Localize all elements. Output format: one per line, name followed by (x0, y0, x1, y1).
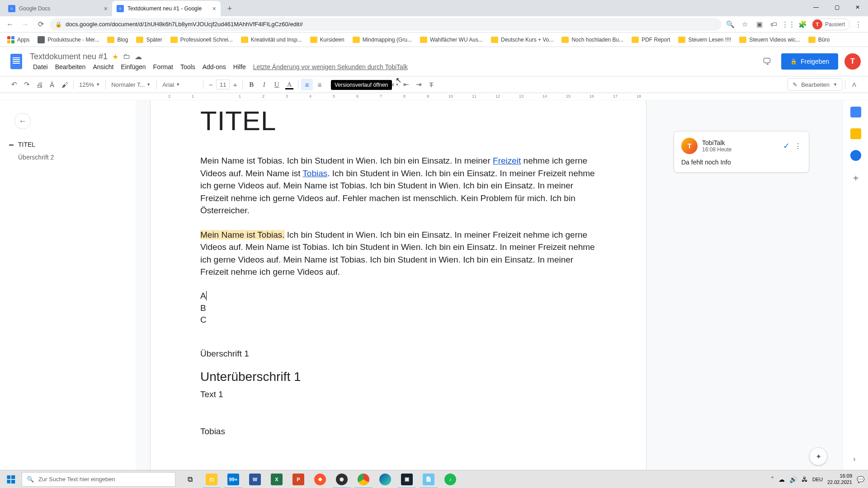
bookmark-item[interactable]: Noch hochladen Bu... (558, 35, 627, 45)
comment-card[interactable]: T TobiTalk 16:08 Heute ✓ ⋮ Da fehlt noch… (674, 131, 809, 173)
link-freizeit[interactable]: Freizeit (493, 156, 521, 165)
tray-chevron-icon[interactable]: ˄ (771, 476, 774, 483)
taskbar-app-powerpoint[interactable]: P (288, 470, 309, 488)
star-icon[interactable]: ★ (112, 52, 118, 61)
redo-button[interactable]: ↷ (21, 79, 33, 90)
menu-addons[interactable]: Add-ons (199, 62, 229, 71)
align-left-button[interactable]: ≡ (301, 79, 313, 90)
calendar-addon-icon[interactable] (850, 107, 861, 117)
tray-network-icon[interactable]: 🖧 (802, 476, 808, 483)
menu-format[interactable]: Format (150, 62, 176, 71)
bookmark-item[interactable]: PDF Report (628, 35, 674, 45)
text-color-button[interactable]: A (283, 79, 295, 90)
get-addons-button[interactable]: ＋ (851, 172, 860, 184)
minimize-button[interactable]: — (806, 0, 826, 14)
font-size-decrease[interactable]: − (206, 81, 215, 89)
outline-item[interactable]: TITEL (0, 138, 136, 151)
back-button[interactable]: ← (4, 18, 16, 31)
close-tab-icon[interactable]: × (212, 5, 216, 12)
bookmark-star-icon[interactable]: ☆ (739, 18, 751, 31)
tray-notifications-icon[interactable]: 💬 (857, 476, 864, 483)
bookmark-item[interactable]: Deutsche Kurs + Vo... (487, 35, 557, 45)
taskbar-app-spotify[interactable]: ♪ (439, 470, 461, 488)
outline-close-button[interactable]: ← (14, 113, 31, 129)
collapse-toolbar-button[interactable]: ᐱ (848, 79, 860, 90)
document-title[interactable]: Textdokument neu #1 (30, 52, 108, 61)
resolve-comment-button[interactable]: ✓ (783, 141, 790, 151)
url-input[interactable]: 🔒 docs.google.com/document/d/1hUH8k6h7Lb… (50, 18, 722, 31)
list-line[interactable]: B (200, 302, 596, 314)
taskbar-app-streamlabs[interactable]: ▣ (396, 470, 418, 488)
menu-hilfe[interactable]: Hilfe (230, 62, 249, 71)
docs-home-button[interactable] (7, 52, 25, 70)
browser-tab[interactable]: ≡ Google Docs × (4, 1, 112, 16)
indent-decrease-button[interactable]: ⇤ (400, 79, 412, 90)
list-line[interactable]: A (200, 290, 596, 302)
taskbar-app-mail[interactable]: 99+ (222, 470, 244, 488)
bookmark-apps[interactable]: Apps (4, 34, 33, 45)
share-button[interactable]: 🔒 Freigeben (781, 53, 838, 70)
new-tab-button[interactable]: + (223, 2, 236, 15)
taskbar-app-brave[interactable]: ◆ (309, 470, 331, 488)
paragraph-style-dropdown[interactable]: Normaler T...▼ (108, 79, 154, 90)
undo-button[interactable]: ↶ (8, 79, 20, 90)
forward-button[interactable]: → (19, 18, 32, 31)
print-button[interactable]: 🖨 (33, 79, 45, 90)
maximize-button[interactable]: ▢ (826, 0, 847, 14)
menu-einfuegen[interactable]: Einfügen (118, 62, 149, 71)
taskbar-app-notepad[interactable]: 📄 (418, 470, 439, 488)
zoom-icon[interactable]: 🔍 (724, 18, 737, 31)
menu-bearbeiten[interactable]: Bearbeiten (52, 62, 89, 71)
bookmark-item[interactable]: Steuern Lesen !!!! (675, 35, 735, 45)
bookmark-item[interactable]: Produktsuche - Mer... (34, 34, 103, 45)
menu-datei[interactable]: Datei (30, 62, 51, 71)
bookmark-item[interactable]: Professionell Schrei... (167, 35, 236, 45)
reload-button[interactable]: ⟳ (34, 18, 47, 31)
link-tobias[interactable]: Tobias (302, 169, 327, 178)
cloud-status-icon[interactable]: ☁ (135, 52, 142, 61)
chrome-menu-icon[interactable]: ⋮ (852, 18, 864, 31)
bookmark-item[interactable]: Blog (104, 35, 132, 45)
clear-formatting-button[interactable]: T (425, 79, 437, 90)
comment-history-button[interactable]: 🗨 (759, 53, 775, 70)
explore-button[interactable]: ✦ (809, 447, 827, 465)
extension-icon[interactable]: 🏷 (768, 18, 780, 31)
browser-tab-active[interactable]: ≡ Textdokument neu #1 - Google × (112, 1, 221, 16)
font-size-increase[interactable]: + (231, 81, 240, 89)
menu-ansicht[interactable]: Ansicht (90, 62, 117, 71)
bookmark-item[interactable]: Mindmapping (Gru... (349, 35, 415, 45)
tray-clock[interactable]: 16:09 22.02.2021 (827, 473, 852, 485)
extension-icon[interactable]: ⋮⋮ (782, 18, 795, 31)
tray-volume-icon[interactable]: 🔊 (789, 476, 797, 483)
taskbar-app-word[interactable]: W (244, 470, 266, 488)
profile-chip[interactable]: T Pausiert (811, 19, 850, 30)
editing-mode-dropdown[interactable]: ✎ Bearbeiten ▼ (788, 78, 842, 91)
readlist-icon[interactable]: ▣ (753, 18, 766, 31)
bookmark-item[interactable]: Büro (805, 35, 833, 45)
bookmark-item[interactable]: Kreativität und Insp... (237, 35, 306, 45)
keep-addon-icon[interactable] (850, 128, 861, 139)
underline-button[interactable]: U (271, 79, 283, 90)
paragraph[interactable]: Tobias (200, 427, 596, 436)
horizontal-ruler[interactable]: 2 1 1 2 3 4 5 6 7 8 9 10 11 12 13 14 15 … (0, 93, 868, 100)
taskbar-app-excel[interactable]: X (266, 470, 288, 488)
tray-onedrive-icon[interactable]: ☁ (778, 476, 785, 483)
taskbar-app-explorer[interactable]: 🗀 (201, 470, 222, 488)
bookmark-item[interactable]: Steuern Videos wic... (736, 35, 804, 45)
comment-more-button[interactable]: ⋮ (794, 142, 802, 150)
bookmark-item[interactable]: Wahlfächer WU Aus... (416, 35, 486, 45)
bold-button[interactable]: B (245, 79, 257, 90)
outline-item[interactable]: Überschrift 2 (0, 151, 136, 164)
font-size-input[interactable]: 11 (216, 80, 230, 89)
indent-increase-button[interactable]: ⇥ (413, 79, 425, 90)
paragraph[interactable]: Mein Name ist Tobias. Ich bin Student in… (200, 229, 596, 278)
title-heading[interactable]: TITEL (200, 105, 596, 136)
task-view-button[interactable]: ⧉ (179, 470, 201, 488)
bookmark-item[interactable]: Kursideen (307, 35, 348, 45)
tray-language[interactable]: DEU (812, 477, 823, 482)
font-dropdown[interactable]: Arial▼ (160, 79, 200, 90)
start-button[interactable] (0, 470, 22, 488)
list-line[interactable]: C (200, 314, 596, 326)
taskbar-search[interactable]: 🔍 Zur Suche Text hier eingeben (22, 472, 175, 487)
heading-1[interactable]: Überschrift 1 (200, 349, 596, 359)
